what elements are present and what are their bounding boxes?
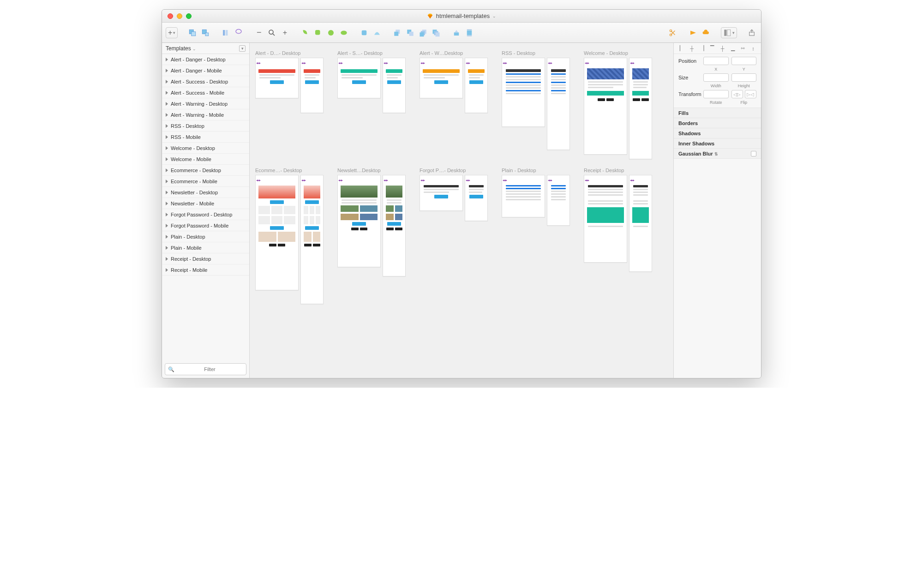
edit-button[interactable]	[359, 27, 370, 38]
artboard[interactable]	[584, 58, 627, 155]
inner-shadows-section[interactable]: Inner Shadows	[674, 138, 761, 149]
ungroup-button[interactable]	[200, 27, 211, 38]
layer-row[interactable]: Plain - Desktop	[162, 231, 249, 242]
align-top-icon[interactable]: ▔	[709, 45, 715, 52]
bool-intersect-button[interactable]	[325, 27, 336, 38]
layer-row[interactable]: Alert - Danger - Desktop	[162, 54, 249, 65]
layer-row[interactable]: Alert - Success - Mobile	[162, 87, 249, 98]
zoom-out-button[interactable]: −	[253, 27, 264, 38]
layer-row[interactable]: Newsletter - Desktop	[162, 187, 249, 198]
align-right-icon[interactable]: ▕	[699, 45, 705, 52]
mirror-button[interactable]	[688, 27, 699, 38]
pages-header[interactable]: Templates ⌄ ▾	[162, 43, 249, 54]
minimize-window-button[interactable]	[177, 13, 182, 19]
transform-button[interactable]	[372, 27, 383, 38]
height-input[interactable]	[731, 73, 757, 82]
layer-row[interactable]: Welcome - Mobile	[162, 154, 249, 165]
layer-row[interactable]: RSS - Mobile	[162, 132, 249, 143]
create-symbol-button[interactable]	[233, 27, 244, 38]
borders-section[interactable]: Borders	[674, 118, 761, 128]
layer-row[interactable]: RSS - Desktop	[162, 120, 249, 132]
layer-row[interactable]: Alert - Warning - Desktop	[162, 98, 249, 109]
artboard[interactable]	[547, 58, 570, 150]
gaussian-blur-checkbox[interactable]	[751, 151, 756, 156]
layer-row[interactable]: Newsletter - Mobile	[162, 198, 249, 209]
artboard[interactable]	[584, 175, 627, 263]
gaussian-blur-section[interactable]: Gaussian Blur ⇅	[674, 149, 761, 159]
canvas[interactable]: Alert - D…- DesktopAlert - S…- DesktopAl…	[250, 43, 673, 378]
layer-row[interactable]: Forgot Password - Mobile	[162, 220, 249, 231]
flip-horizontal-button[interactable]: ◁▷	[731, 90, 743, 98]
layer-row[interactable]: Welcome - Desktop	[162, 143, 249, 154]
layer-row[interactable]: Receipt - Desktop	[162, 253, 249, 264]
zoom-window-button[interactable]	[186, 13, 192, 19]
transform-label: Transform	[678, 91, 701, 97]
pages-add-icon[interactable]: ▾	[239, 45, 246, 52]
artboard[interactable]	[629, 175, 652, 272]
back-button[interactable]	[431, 27, 442, 38]
export-button[interactable]	[746, 27, 757, 38]
distribute-h-icon[interactable]: ⇿	[740, 45, 746, 52]
bool-difference-button[interactable]	[338, 27, 349, 38]
symbols-button[interactable]	[220, 27, 231, 38]
backward-button[interactable]	[405, 27, 416, 38]
artboard[interactable]	[420, 175, 463, 211]
artboard[interactable]	[502, 175, 545, 217]
shadows-section[interactable]: Shadows	[674, 128, 761, 138]
artboard[interactable]	[337, 175, 381, 267]
width-input[interactable]	[703, 73, 729, 82]
cloud-button[interactable]	[701, 27, 712, 38]
bool-union-button[interactable]	[300, 27, 311, 38]
artboard[interactable]	[255, 58, 299, 98]
close-window-button[interactable]	[168, 13, 173, 19]
flip-vertical-button[interactable]: ▷◁	[745, 90, 756, 98]
artboard[interactable]	[420, 58, 463, 98]
rotate-input[interactable]	[703, 90, 729, 98]
svg-point-35	[340, 63, 341, 64]
scale-button[interactable]	[464, 27, 475, 38]
zoom-in-button[interactable]: +	[279, 27, 290, 38]
view-button[interactable]: ▾	[721, 27, 737, 38]
layer-row[interactable]: Alert - Danger - Mobile	[162, 65, 249, 76]
fills-section[interactable]: Fills	[674, 108, 761, 118]
artboard[interactable]	[502, 58, 545, 127]
artboard[interactable]	[465, 175, 488, 221]
position-x-input[interactable]	[703, 57, 729, 65]
layer-row[interactable]: Forgot Password - Desktop	[162, 209, 249, 220]
layer-name: Alert - Warning - Desktop	[171, 101, 228, 107]
artboard[interactable]	[383, 58, 406, 113]
artboard[interactable]	[547, 175, 570, 226]
group-button[interactable]	[187, 27, 198, 38]
layer-row[interactable]: Alert - Success - Desktop	[162, 76, 249, 87]
distribute-v-icon[interactable]: ↕	[750, 45, 756, 52]
front-button[interactable]	[418, 27, 429, 38]
align-vcenter-icon[interactable]: ┼	[719, 45, 726, 52]
bool-subtract-button[interactable]	[312, 27, 324, 38]
artboard[interactable]	[465, 58, 488, 113]
artboard[interactable]	[383, 175, 406, 276]
layer-row[interactable]: Plain - Mobile	[162, 242, 249, 253]
align-left-icon[interactable]: ▏	[678, 45, 685, 52]
artboard[interactable]	[300, 175, 324, 304]
layer-row[interactable]: Receipt - Mobile	[162, 264, 249, 276]
align-bottom-icon[interactable]: ▁	[730, 45, 736, 52]
layer-row[interactable]: Ecommerce - Desktop	[162, 165, 249, 176]
filter-input[interactable]	[176, 366, 243, 372]
artboard[interactable]	[629, 58, 652, 159]
insert-button[interactable]: +▾	[166, 27, 178, 38]
align-hcenter-icon[interactable]: ┼	[689, 45, 695, 52]
svg-rect-16	[409, 31, 414, 36]
filter-field[interactable]: 🔍	[165, 363, 246, 375]
artboard[interactable]	[337, 58, 381, 98]
artboard[interactable]	[300, 58, 324, 113]
zoom-tool-button[interactable]	[266, 27, 277, 38]
title-dropdown-icon[interactable]: ⌄	[492, 14, 496, 18]
artboard[interactable]	[255, 175, 299, 290]
disclosure-triangle-icon	[166, 246, 168, 250]
layer-row[interactable]: Alert - Warning - Mobile	[162, 109, 249, 120]
forward-button[interactable]	[392, 27, 403, 38]
layer-row[interactable]: Ecommerce - Mobile	[162, 176, 249, 187]
mask-button[interactable]	[451, 27, 462, 38]
scissors-button[interactable]	[667, 27, 678, 38]
position-y-input[interactable]	[731, 57, 757, 65]
